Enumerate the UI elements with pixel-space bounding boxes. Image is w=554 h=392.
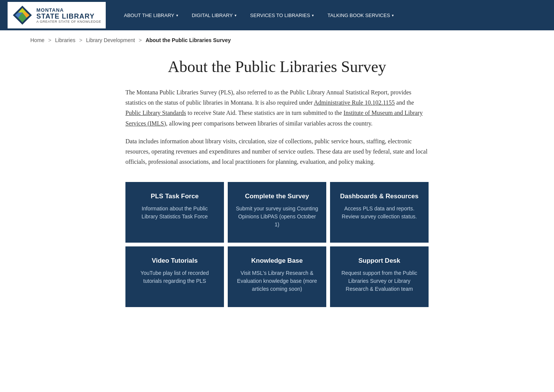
- card-video-tutorials[interactable]: Video Tutorials YouTube play list of rec…: [125, 246, 224, 307]
- main-content: About the Public Libraries Survey The Mo…: [95, 58, 459, 330]
- card-pls-task-force-desc: Information about the Public Library Sta…: [133, 205, 216, 221]
- breadcrumb-library-development[interactable]: Library Development: [86, 37, 135, 43]
- cards-grid: PLS Task Force Information about the Pub…: [125, 182, 429, 307]
- breadcrumb-current: About the Public Libraries Survey: [146, 37, 231, 43]
- logo-tagline: A GREATER STATE OF KNOWLEDGE: [36, 20, 101, 24]
- breadcrumb-libraries[interactable]: Libraries: [55, 37, 75, 43]
- nav-arrow-about: ▾: [176, 13, 178, 17]
- link-public-library-standards[interactable]: Public Library Standards: [125, 110, 186, 116]
- logo[interactable]: MONTANA STATE LIBRARY A GREATER STATE OF…: [8, 2, 106, 28]
- nav-digital-library[interactable]: DIGITAL LIBRARY ▾: [185, 0, 243, 30]
- intro-paragraph-1: The Montana Public Libraries Survey (PLS…: [125, 87, 429, 129]
- card-knowledge-base-desc: Visit MSL's Library Research & Evaluatio…: [235, 269, 319, 293]
- link-admin-rule[interactable]: Administrative Rule 10.102.1155: [314, 99, 395, 106]
- card-knowledge-base[interactable]: Knowledge Base Visit MSL's Library Resea…: [228, 246, 326, 307]
- logo-icon: [12, 5, 33, 25]
- card-dashboards-resources-title: Dashboards & Resources: [340, 193, 419, 200]
- nav-talking-book[interactable]: TALKING BOOK SERVICES ▾: [321, 0, 401, 30]
- main-nav: ABOUT THE LIBRARY ▾ DIGITAL LIBRARY ▾ SE…: [117, 0, 401, 30]
- card-support-desk-title: Support Desk: [358, 257, 401, 265]
- card-complete-survey-title: Complete the Survey: [245, 193, 309, 200]
- breadcrumb-sep-2: >: [79, 37, 82, 43]
- breadcrumb-sep-3: >: [139, 37, 142, 43]
- nav-about-library[interactable]: ABOUT THE LIBRARY ▾: [117, 0, 185, 30]
- logo-text: MONTANA STATE LIBRARY A GREATER STATE OF…: [36, 7, 101, 24]
- card-knowledge-base-title: Knowledge Base: [251, 257, 303, 265]
- card-pls-task-force-title: PLS Task Force: [151, 193, 199, 200]
- site-header: MONTANA STATE LIBRARY A GREATER STATE OF…: [0, 0, 554, 30]
- breadcrumb: Home > Libraries > Library Development >…: [0, 30, 554, 50]
- card-complete-survey-desc: Submit your survey using Counting Opinio…: [235, 205, 319, 229]
- nav-arrow-talking: ▾: [392, 13, 394, 17]
- card-dashboards-resources-desc: Access PLS data and reports. Review surv…: [338, 205, 421, 221]
- card-video-tutorials-title: Video Tutorials: [152, 257, 197, 265]
- card-video-tutorials-desc: YouTube play list of recorded tutorials …: [133, 269, 216, 285]
- breadcrumb-home[interactable]: Home: [30, 37, 44, 43]
- nav-arrow-digital: ▾: [235, 13, 236, 17]
- card-pls-task-force[interactable]: PLS Task Force Information about the Pub…: [125, 182, 224, 243]
- intro-paragraph-2: Data includes information about library …: [125, 136, 429, 167]
- nav-services-libraries[interactable]: SERVICES TO LIBRARIES ▾: [243, 0, 321, 30]
- breadcrumb-sep-1: >: [48, 37, 51, 43]
- card-support-desk[interactable]: Support Desk Request support from the Pu…: [330, 246, 429, 307]
- logo-montana: MONTANA: [36, 7, 101, 13]
- card-complete-survey[interactable]: Complete the Survey Submit your survey u…: [228, 182, 326, 243]
- nav-arrow-services: ▾: [312, 13, 314, 17]
- logo-state-library: STATE LIBRARY: [36, 13, 101, 20]
- card-support-desk-desc: Request support from the Public Librarie…: [338, 269, 421, 293]
- card-dashboards-resources[interactable]: Dashboards & Resources Access PLS data a…: [330, 182, 429, 243]
- page-title: About the Public Libraries Survey: [125, 58, 429, 76]
